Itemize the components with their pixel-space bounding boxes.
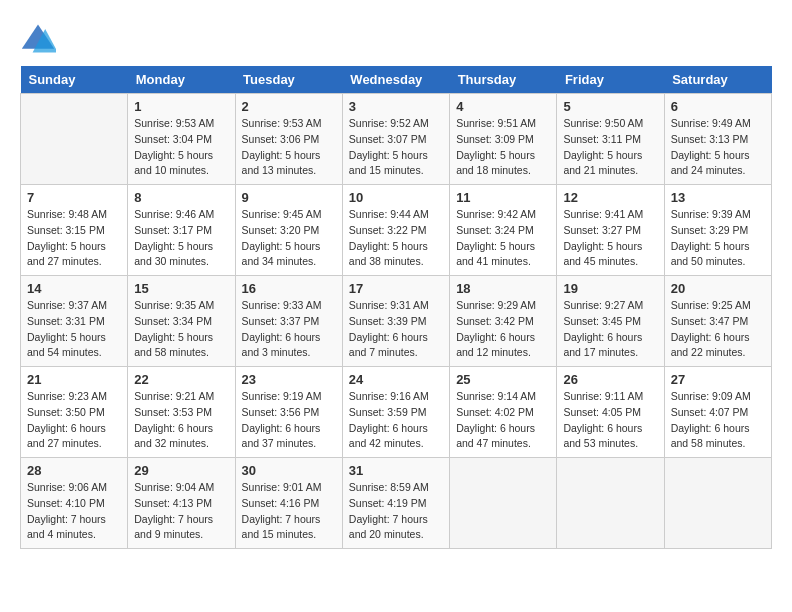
day-info: Sunrise: 9:29 AM Sunset: 3:42 PM Dayligh… [456,298,550,361]
day-info: Sunrise: 9:35 AM Sunset: 3:34 PM Dayligh… [134,298,228,361]
calendar-cell: 16 Sunrise: 9:33 AM Sunset: 3:37 PM Dayl… [235,276,342,367]
calendar-cell: 5 Sunrise: 9:50 AM Sunset: 3:11 PM Dayli… [557,94,664,185]
calendar-cell: 7 Sunrise: 9:48 AM Sunset: 3:15 PM Dayli… [21,185,128,276]
sunset: Sunset: 3:11 PM [563,133,641,145]
day-number: 25 [456,372,550,387]
sunrise: Sunrise: 9:46 AM [134,208,214,220]
daylight: Daylight: 5 hours and 58 minutes. [134,331,213,359]
sunset: Sunset: 3:37 PM [242,315,320,327]
calendar-cell: 18 Sunrise: 9:29 AM Sunset: 3:42 PM Dayl… [450,276,557,367]
calendar-cell: 22 Sunrise: 9:21 AM Sunset: 3:53 PM Dayl… [128,367,235,458]
calendar-cell: 26 Sunrise: 9:11 AM Sunset: 4:05 PM Dayl… [557,367,664,458]
sunset: Sunset: 4:02 PM [456,406,534,418]
weekday-header-sunday: Sunday [21,66,128,94]
weekday-header-wednesday: Wednesday [342,66,449,94]
daylight: Daylight: 5 hours and 54 minutes. [27,331,106,359]
sunset: Sunset: 4:10 PM [27,497,105,509]
day-info: Sunrise: 9:45 AM Sunset: 3:20 PM Dayligh… [242,207,336,270]
daylight: Daylight: 6 hours and 7 minutes. [349,331,428,359]
sunset: Sunset: 3:31 PM [27,315,105,327]
sunset: Sunset: 3:29 PM [671,224,749,236]
sunrise: Sunrise: 9:37 AM [27,299,107,311]
day-number: 3 [349,99,443,114]
daylight: Daylight: 6 hours and 58 minutes. [671,422,750,450]
sunset: Sunset: 4:19 PM [349,497,427,509]
calendar-cell [557,458,664,549]
day-info: Sunrise: 9:42 AM Sunset: 3:24 PM Dayligh… [456,207,550,270]
day-number: 13 [671,190,765,205]
day-info: Sunrise: 9:06 AM Sunset: 4:10 PM Dayligh… [27,480,121,543]
sunrise: Sunrise: 9:29 AM [456,299,536,311]
sunrise: Sunrise: 9:01 AM [242,481,322,493]
day-info: Sunrise: 9:51 AM Sunset: 3:09 PM Dayligh… [456,116,550,179]
day-info: Sunrise: 9:31 AM Sunset: 3:39 PM Dayligh… [349,298,443,361]
day-info: Sunrise: 9:25 AM Sunset: 3:47 PM Dayligh… [671,298,765,361]
calendar-cell: 29 Sunrise: 9:04 AM Sunset: 4:13 PM Dayl… [128,458,235,549]
calendar-header: SundayMondayTuesdayWednesdayThursdayFrid… [21,66,772,94]
sunrise: Sunrise: 9:35 AM [134,299,214,311]
daylight: Daylight: 5 hours and 24 minutes. [671,149,750,177]
calendar-cell: 9 Sunrise: 9:45 AM Sunset: 3:20 PM Dayli… [235,185,342,276]
calendar-cell: 27 Sunrise: 9:09 AM Sunset: 4:07 PM Dayl… [664,367,771,458]
sunrise: Sunrise: 9:53 AM [134,117,214,129]
sunset: Sunset: 3:06 PM [242,133,320,145]
sunrise: Sunrise: 9:44 AM [349,208,429,220]
sunrise: Sunrise: 9:49 AM [671,117,751,129]
sunset: Sunset: 3:20 PM [242,224,320,236]
day-info: Sunrise: 9:44 AM Sunset: 3:22 PM Dayligh… [349,207,443,270]
daylight: Daylight: 6 hours and 47 minutes. [456,422,535,450]
day-number: 22 [134,372,228,387]
daylight: Daylight: 5 hours and 18 minutes. [456,149,535,177]
calendar-cell [450,458,557,549]
sunset: Sunset: 3:04 PM [134,133,212,145]
day-info: Sunrise: 9:01 AM Sunset: 4:16 PM Dayligh… [242,480,336,543]
day-info: Sunrise: 9:53 AM Sunset: 3:06 PM Dayligh… [242,116,336,179]
sunset: Sunset: 4:16 PM [242,497,320,509]
day-number: 26 [563,372,657,387]
daylight: Daylight: 7 hours and 9 minutes. [134,513,213,541]
calendar-cell: 1 Sunrise: 9:53 AM Sunset: 3:04 PM Dayli… [128,94,235,185]
day-info: Sunrise: 9:27 AM Sunset: 3:45 PM Dayligh… [563,298,657,361]
day-info: Sunrise: 9:50 AM Sunset: 3:11 PM Dayligh… [563,116,657,179]
sunset: Sunset: 3:17 PM [134,224,212,236]
calendar-body: 1 Sunrise: 9:53 AM Sunset: 3:04 PM Dayli… [21,94,772,549]
day-number: 19 [563,281,657,296]
daylight: Daylight: 6 hours and 27 minutes. [27,422,106,450]
day-number: 17 [349,281,443,296]
calendar-cell: 6 Sunrise: 9:49 AM Sunset: 3:13 PM Dayli… [664,94,771,185]
sunrise: Sunrise: 9:50 AM [563,117,643,129]
day-number: 24 [349,372,443,387]
daylight: Daylight: 6 hours and 17 minutes. [563,331,642,359]
calendar-cell: 3 Sunrise: 9:52 AM Sunset: 3:07 PM Dayli… [342,94,449,185]
day-number: 18 [456,281,550,296]
sunrise: Sunrise: 8:59 AM [349,481,429,493]
calendar-cell: 10 Sunrise: 9:44 AM Sunset: 3:22 PM Dayl… [342,185,449,276]
day-info: Sunrise: 9:21 AM Sunset: 3:53 PM Dayligh… [134,389,228,452]
daylight: Daylight: 7 hours and 15 minutes. [242,513,321,541]
weekday-header-monday: Monday [128,66,235,94]
weekday-header-saturday: Saturday [664,66,771,94]
day-info: Sunrise: 9:14 AM Sunset: 4:02 PM Dayligh… [456,389,550,452]
daylight: Daylight: 7 hours and 20 minutes. [349,513,428,541]
sunset: Sunset: 3:15 PM [27,224,105,236]
day-number: 9 [242,190,336,205]
sunset: Sunset: 3:34 PM [134,315,212,327]
sunrise: Sunrise: 9:33 AM [242,299,322,311]
day-number: 8 [134,190,228,205]
sunrise: Sunrise: 9:11 AM [563,390,643,402]
sunrise: Sunrise: 9:19 AM [242,390,322,402]
sunrise: Sunrise: 9:27 AM [563,299,643,311]
calendar-cell: 4 Sunrise: 9:51 AM Sunset: 3:09 PM Dayli… [450,94,557,185]
sunrise: Sunrise: 9:42 AM [456,208,536,220]
sunrise: Sunrise: 9:06 AM [27,481,107,493]
daylight: Daylight: 6 hours and 22 minutes. [671,331,750,359]
sunrise: Sunrise: 9:31 AM [349,299,429,311]
day-info: Sunrise: 9:23 AM Sunset: 3:50 PM Dayligh… [27,389,121,452]
daylight: Daylight: 6 hours and 42 minutes. [349,422,428,450]
day-number: 6 [671,99,765,114]
weekday-header-thursday: Thursday [450,66,557,94]
calendar-cell: 11 Sunrise: 9:42 AM Sunset: 3:24 PM Dayl… [450,185,557,276]
day-number: 20 [671,281,765,296]
day-number: 11 [456,190,550,205]
calendar-cell: 14 Sunrise: 9:37 AM Sunset: 3:31 PM Dayl… [21,276,128,367]
